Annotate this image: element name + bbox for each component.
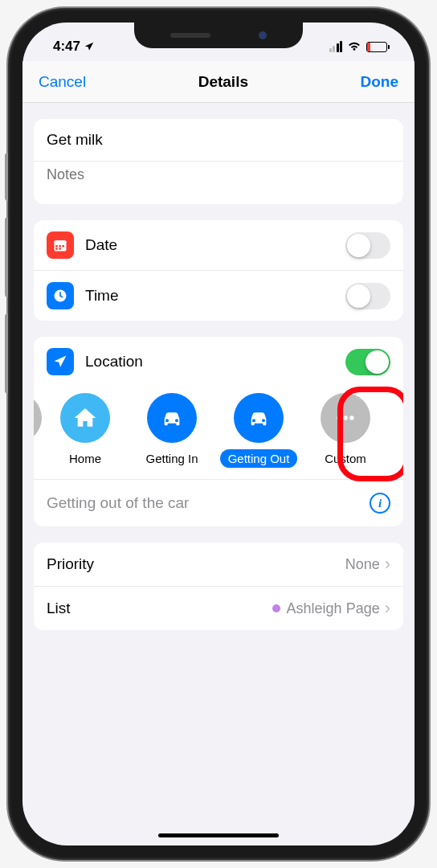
time-row[interactable]: Time <box>34 270 403 321</box>
chevron-right-icon: › <box>385 598 390 619</box>
list-value: Ashleigh Page <box>287 600 380 617</box>
location-card: Location nt Home <box>34 337 403 526</box>
car-icon <box>234 393 284 443</box>
chevron-right-icon: › <box>385 554 390 575</box>
svg-rect-3 <box>59 245 61 248</box>
notes-input[interactable] <box>47 166 390 190</box>
date-row[interactable]: Date <box>34 220 403 270</box>
done-button[interactable]: Done <box>361 73 399 91</box>
location-options-strip[interactable]: nt Home Getting In <box>34 387 403 479</box>
screen: 4:47 Cancel Details Done <box>22 23 415 845</box>
option-getting-out[interactable]: Getting Out <box>223 393 294 468</box>
priority-label: Priority <box>47 555 345 573</box>
title-card <box>34 119 403 204</box>
svg-rect-6 <box>59 248 61 250</box>
svg-point-9 <box>343 416 347 420</box>
nav-bar: Cancel Details Done <box>22 61 415 103</box>
svg-rect-2 <box>55 245 58 248</box>
location-arrow-icon <box>84 41 95 52</box>
list-color-dot <box>272 604 280 612</box>
datetime-card: Date Time <box>34 220 403 321</box>
signal-icon <box>329 41 343 52</box>
location-row[interactable]: Location <box>34 337 403 387</box>
settings-card: Priority None › List Ashleigh Page › <box>34 542 403 630</box>
priority-row[interactable]: Priority None › <box>34 542 403 586</box>
svg-rect-4 <box>63 245 65 248</box>
option-getting-in[interactable]: Getting In <box>137 393 207 468</box>
list-label: List <box>47 600 272 617</box>
ellipsis-icon <box>321 393 370 443</box>
svg-rect-1 <box>55 240 67 244</box>
calendar-icon <box>47 231 74 259</box>
svg-point-8 <box>337 416 341 420</box>
phone-frame: 4:47 Cancel Details Done <box>8 8 429 860</box>
battery-icon <box>366 42 387 52</box>
date-label: Date <box>85 236 345 254</box>
wifi-icon <box>347 39 361 55</box>
location-label: Location <box>85 353 345 371</box>
priority-value: None <box>345 556 380 573</box>
date-toggle[interactable] <box>345 232 390 259</box>
home-indicator[interactable] <box>158 833 279 837</box>
location-toggle[interactable] <box>345 349 390 375</box>
svg-rect-5 <box>55 248 58 250</box>
option-custom[interactable]: Custom <box>310 393 381 468</box>
location-icon <box>47 348 74 375</box>
location-description-row[interactable]: Getting out of the car i <box>34 479 403 526</box>
info-icon[interactable]: i <box>370 493 390 514</box>
time-toggle[interactable] <box>345 283 390 309</box>
list-row[interactable]: List Ashleigh Page › <box>34 586 403 630</box>
page-title: Details <box>198 73 248 91</box>
title-input[interactable] <box>47 131 390 149</box>
time-label: Time <box>85 287 345 305</box>
car-icon <box>147 393 197 443</box>
status-time: 4:47 <box>53 39 80 55</box>
clock-icon <box>47 282 74 309</box>
option-home[interactable]: Home <box>50 393 120 468</box>
home-icon <box>60 393 110 443</box>
location-description: Getting out of the car <box>47 494 189 512</box>
svg-point-10 <box>349 416 353 420</box>
cancel-button[interactable]: Cancel <box>39 73 86 91</box>
notch <box>134 23 303 48</box>
